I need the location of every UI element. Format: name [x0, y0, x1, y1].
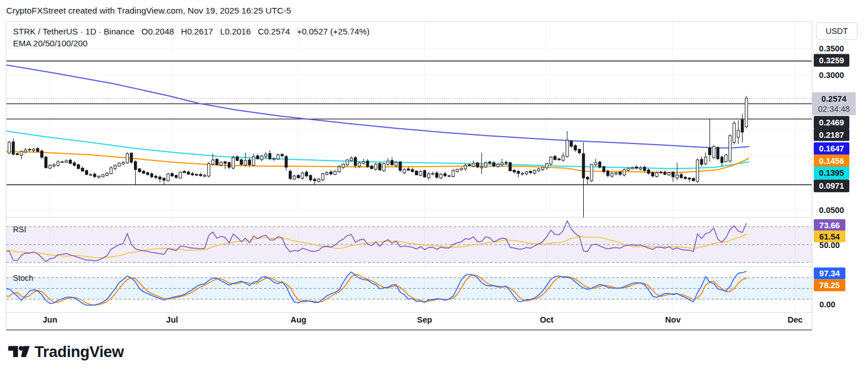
svg-text:0.3500: 0.3500	[819, 44, 844, 53]
svg-text:RSI: RSI	[13, 225, 26, 234]
svg-text:0.0971: 0.0971	[819, 181, 844, 190]
svg-text:0.2469: 0.2469	[819, 118, 844, 127]
svg-text:USDT: USDT	[826, 27, 848, 36]
svg-text:Stoch: Stoch	[13, 273, 33, 282]
svg-text:TradingView: TradingView	[34, 343, 124, 360]
svg-text:Dec: Dec	[788, 315, 803, 324]
svg-text:Nov: Nov	[665, 315, 680, 324]
svg-text:0.3259: 0.3259	[819, 56, 844, 65]
svg-text:97.34: 97.34	[819, 269, 840, 278]
svg-text:EMA 20/50/100/200: EMA 20/50/100/200	[13, 38, 88, 48]
svg-text:78.25: 78.25	[819, 281, 840, 290]
svg-text:CryptoFXStreet created with Tr: CryptoFXStreet created with TradingView.…	[6, 6, 291, 15]
svg-text:Aug: Aug	[290, 315, 306, 324]
svg-text:0.1647: 0.1647	[819, 144, 844, 153]
svg-text:0.2574: 0.2574	[822, 94, 847, 103]
svg-text:Sep: Sep	[417, 315, 432, 324]
svg-text:0.00: 0.00	[819, 300, 835, 309]
svg-text:0.3000: 0.3000	[819, 71, 844, 80]
svg-text:Oct: Oct	[540, 315, 553, 324]
svg-text:0.1456: 0.1456	[819, 156, 844, 166]
svg-text:0.2187: 0.2187	[819, 131, 844, 140]
svg-text:0.0500: 0.0500	[819, 206, 844, 215]
svg-text:02:34:48: 02:34:48	[818, 105, 849, 114]
svg-text:73.66: 73.66	[819, 221, 840, 230]
svg-text:0.1395: 0.1395	[819, 168, 844, 177]
svg-text:STRK / TetherUS · 1D · Binance: STRK / TetherUS · 1D · Binance O0.2048 H…	[13, 27, 370, 36]
svg-text:Jun: Jun	[43, 315, 58, 324]
svg-text:Jul: Jul	[166, 315, 178, 324]
svg-text:61.54: 61.54	[819, 232, 840, 241]
